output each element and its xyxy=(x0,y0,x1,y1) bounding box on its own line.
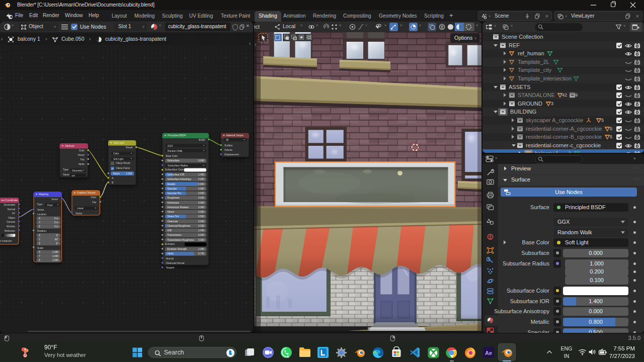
svg-text:Ae: Ae xyxy=(485,350,492,356)
